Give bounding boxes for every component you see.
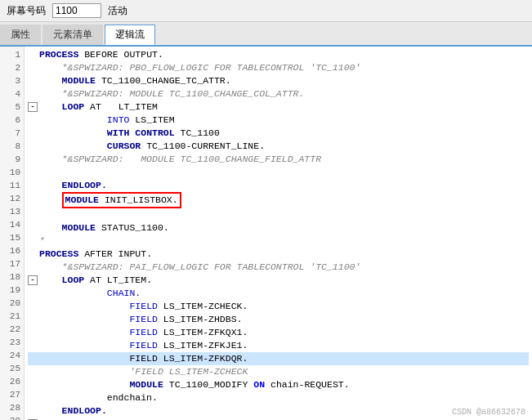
- line-numbers: 1234567891011121314151617181920212223242…: [0, 47, 25, 420]
- code-line: CHAIN.: [28, 287, 529, 300]
- screen-number-input[interactable]: [52, 3, 101, 18]
- line-number: 1: [0, 48, 24, 61]
- expand-icon[interactable]: -: [28, 102, 38, 112]
- line-number: 26: [0, 375, 24, 388]
- line-number: 16: [0, 244, 24, 257]
- code-line: endchain.: [28, 391, 529, 404]
- code-line: PROCESS BEFORE OUTPUT.: [28, 48, 529, 61]
- line-number: 6: [0, 114, 24, 127]
- line-number: 21: [0, 310, 24, 323]
- code-line: - LOOP AT LT_ITEM.: [28, 274, 529, 287]
- line-number: 5: [0, 101, 24, 114]
- code-area: 1234567891011121314151617181920212223242…: [0, 47, 532, 420]
- line-number: 29: [0, 414, 24, 420]
- code-line: FIELD LS_ITEM-ZFKDQR.: [28, 352, 529, 365]
- code-line: [28, 208, 529, 221]
- code-content[interactable]: PROCESS BEFORE OUTPUT. *&SPWIZARD: PBO_F…: [25, 47, 532, 420]
- code-line: FIELD LS_ITEM-ZCHECK.: [28, 300, 529, 313]
- code-line: *&SPWIZARD: MODULE TC_1100_CHANGE_FIELD_…: [28, 153, 529, 166]
- code-line: MODULE INIT_LISTBOX.: [28, 192, 529, 208]
- code-line: ENDLOOP.: [28, 179, 529, 192]
- line-number: 4: [0, 87, 24, 101]
- line-number: 18: [0, 270, 24, 284]
- watermark: CSDN @a86632678: [452, 408, 525, 417]
- code-line: MODULE TC_1100_MODIFY ON chain-REQUEST.: [28, 378, 529, 391]
- line-number: 14: [0, 218, 24, 231]
- line-number: 8: [0, 140, 24, 153]
- line-number: 15: [0, 231, 24, 244]
- line-number: 2: [0, 61, 24, 74]
- line-number: 20: [0, 297, 24, 310]
- line-number: 9: [0, 153, 24, 166]
- line-number: 25: [0, 362, 24, 375]
- line-number: 19: [0, 284, 24, 297]
- code-line: PROCESS AFTER INPUT.: [28, 248, 529, 261]
- line-number: 28: [0, 401, 24, 414]
- expand-icon[interactable]: -: [28, 275, 38, 285]
- code-line: INTO LS_ITEM: [28, 114, 529, 127]
- tab-properties[interactable]: 属性: [0, 25, 41, 45]
- code-line: FIELD LS_ITEM-ZFKJE1.: [28, 339, 529, 352]
- line-number: 27: [0, 388, 24, 401]
- line-number: 7: [0, 127, 24, 140]
- line-number: 23: [0, 336, 24, 349]
- line-number: 3: [0, 74, 24, 87]
- code-line: - LOOP AT LT_ITEM: [28, 101, 529, 114]
- code-line: FIELD LS_ITEM-ZHDBS.: [28, 313, 529, 326]
- code-line: 'FIELD LS_ITEM-ZCHECK: [28, 365, 529, 378]
- code-line: *&SPWIZARD: MODULE TC_1100_CHANGE_COL_AT…: [28, 87, 529, 101]
- screen-label: 屏幕号码: [7, 4, 46, 18]
- line-number: 10: [0, 166, 24, 179]
- top-bar: 屏幕号码 活动: [0, 0, 532, 22]
- code-line: MODULE TC_1100_CHANGE_TC_ATTR.: [28, 74, 529, 87]
- code-line: [28, 166, 529, 179]
- line-number: 11: [0, 179, 24, 192]
- code-line: *&SPWIZARD: PBO_FLOW_LOGIC FOR TABLECONT…: [28, 61, 529, 74]
- code-line: CURSOR TC_1100-CURRENT_LINE.: [28, 140, 529, 153]
- code-line: FIELD LS_ITEM-ZFKQX1.: [28, 326, 529, 339]
- tab-elements[interactable]: 元素清单: [42, 25, 103, 45]
- code-line: MODULE STATUS_1100.: [28, 221, 529, 235]
- tab-bar: 属性 元素清单 逻辑流: [0, 22, 532, 47]
- code-line: *&SPWIZARD: PAI_FLOW_LOGIC FOR TABLECONT…: [28, 261, 529, 274]
- line-number: 17: [0, 257, 24, 270]
- line-number: 22: [0, 323, 24, 336]
- line-number: 12: [0, 192, 24, 205]
- tab-logic[interactable]: 逻辑流: [105, 25, 155, 45]
- line-number: 24: [0, 349, 24, 362]
- line-number: 13: [0, 205, 24, 218]
- code-line: *: [28, 235, 529, 248]
- code-line: WITH CONTROL TC_1100: [28, 127, 529, 140]
- active-label: 活动: [108, 4, 127, 18]
